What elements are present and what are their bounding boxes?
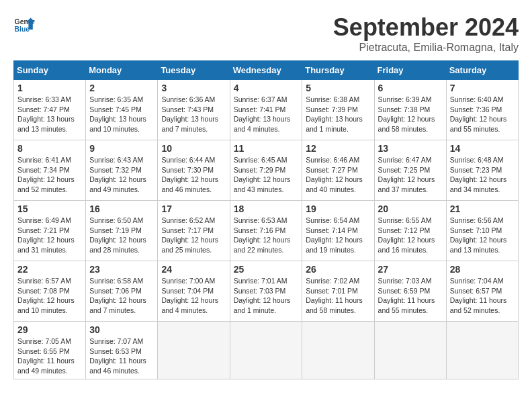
day-number: 30 — [89, 324, 154, 335]
day-info: Sunrise: 6:38 AM Sunset: 7:39 PM Dayligh… — [306, 95, 370, 134]
day-info: Sunrise: 6:49 AM Sunset: 7:21 PM Dayligh… — [17, 216, 82, 255]
table-cell: 14Sunrise: 6:48 AM Sunset: 7:23 PM Dayli… — [446, 140, 518, 201]
day-number: 11 — [234, 143, 299, 154]
logo-icon: General Blue — [13, 13, 35, 35]
title-section: September 2024 Pietracuta, Emilia-Romagn… — [333, 13, 519, 54]
table-cell: 7Sunrise: 6:40 AM Sunset: 7:36 PM Daylig… — [446, 80, 518, 140]
day-number: 24 — [161, 264, 226, 275]
day-number: 6 — [378, 83, 443, 93]
table-cell — [302, 322, 374, 379]
calendar-table: Sunday Monday Tuesday Wednesday Thursday… — [13, 60, 519, 379]
table-cell — [446, 322, 518, 379]
table-cell: 1Sunrise: 6:33 AM Sunset: 7:47 PM Daylig… — [14, 80, 86, 140]
day-number: 27 — [378, 264, 443, 275]
day-number: 13 — [378, 143, 443, 154]
table-cell: 22Sunrise: 6:57 AM Sunset: 7:08 PM Dayli… — [14, 261, 86, 322]
table-row: 22Sunrise: 6:57 AM Sunset: 7:08 PM Dayli… — [14, 261, 519, 322]
day-info: Sunrise: 6:46 AM Sunset: 7:27 PM Dayligh… — [306, 155, 370, 195]
table-cell: 9Sunrise: 6:43 AM Sunset: 7:32 PM Daylig… — [86, 140, 158, 201]
table-cell: 18Sunrise: 6:53 AM Sunset: 7:16 PM Dayli… — [230, 201, 302, 261]
day-number: 17 — [161, 203, 226, 214]
day-number: 14 — [450, 143, 515, 154]
day-info: Sunrise: 7:04 AM Sunset: 6:57 PM Dayligh… — [450, 276, 515, 316]
day-info: Sunrise: 6:39 AM Sunset: 7:38 PM Dayligh… — [378, 95, 443, 134]
day-number: 7 — [450, 83, 515, 93]
day-info: Sunrise: 6:40 AM Sunset: 7:36 PM Dayligh… — [450, 95, 515, 134]
col-thursday: Thursday — [302, 61, 374, 80]
table-cell: 5Sunrise: 6:38 AM Sunset: 7:39 PM Daylig… — [302, 80, 374, 140]
day-number: 8 — [17, 143, 82, 154]
day-info: Sunrise: 6:35 AM Sunset: 7:45 PM Dayligh… — [89, 95, 154, 134]
table-cell: 24Sunrise: 7:00 AM Sunset: 7:04 PM Dayli… — [158, 261, 230, 322]
table-cell: 8Sunrise: 6:41 AM Sunset: 7:34 PM Daylig… — [14, 140, 86, 201]
table-cell: 17Sunrise: 6:52 AM Sunset: 7:17 PM Dayli… — [158, 201, 230, 261]
day-info: Sunrise: 6:57 AM Sunset: 7:08 PM Dayligh… — [17, 276, 82, 316]
day-info: Sunrise: 6:43 AM Sunset: 7:32 PM Dayligh… — [89, 155, 154, 195]
day-number: 5 — [306, 83, 370, 93]
day-info: Sunrise: 6:47 AM Sunset: 7:25 PM Dayligh… — [378, 155, 443, 195]
day-number: 1 — [17, 83, 82, 93]
day-info: Sunrise: 6:44 AM Sunset: 7:30 PM Dayligh… — [161, 155, 226, 195]
day-number: 25 — [234, 264, 299, 275]
day-number: 3 — [161, 83, 226, 93]
table-cell: 11Sunrise: 6:45 AM Sunset: 7:29 PM Dayli… — [230, 140, 302, 201]
table-cell: 23Sunrise: 6:58 AM Sunset: 7:06 PM Dayli… — [86, 261, 158, 322]
table-row: 15Sunrise: 6:49 AM Sunset: 7:21 PM Dayli… — [14, 201, 519, 261]
day-number: 10 — [161, 143, 226, 154]
day-info: Sunrise: 6:55 AM Sunset: 7:12 PM Dayligh… — [378, 216, 443, 255]
table-cell: 21Sunrise: 6:56 AM Sunset: 7:10 PM Dayli… — [446, 201, 518, 261]
day-info: Sunrise: 7:03 AM Sunset: 6:59 PM Dayligh… — [378, 276, 443, 316]
col-tuesday: Tuesday — [158, 61, 230, 80]
table-cell: 26Sunrise: 7:02 AM Sunset: 7:01 PM Dayli… — [302, 261, 374, 322]
table-cell: 12Sunrise: 6:46 AM Sunset: 7:27 PM Dayli… — [302, 140, 374, 201]
table-cell: 30Sunrise: 7:07 AM Sunset: 6:53 PM Dayli… — [86, 322, 158, 379]
day-number: 12 — [306, 143, 370, 154]
day-number: 26 — [306, 264, 370, 275]
table-cell: 27Sunrise: 7:03 AM Sunset: 6:59 PM Dayli… — [374, 261, 446, 322]
table-cell: 16Sunrise: 6:50 AM Sunset: 7:19 PM Dayli… — [86, 201, 158, 261]
col-sunday: Sunday — [14, 61, 86, 80]
calendar-title: September 2024 — [333, 13, 519, 42]
table-cell: 29Sunrise: 7:05 AM Sunset: 6:55 PM Dayli… — [14, 322, 86, 379]
table-row: 29Sunrise: 7:05 AM Sunset: 6:55 PM Dayli… — [14, 322, 519, 379]
table-cell — [158, 322, 230, 379]
calendar-subtitle: Pietracuta, Emilia-Romagna, Italy — [333, 42, 519, 54]
col-monday: Monday — [86, 61, 158, 80]
day-number: 22 — [17, 264, 82, 275]
day-number: 18 — [234, 203, 299, 214]
day-info: Sunrise: 6:56 AM Sunset: 7:10 PM Dayligh… — [450, 216, 515, 255]
table-cell — [374, 322, 446, 379]
day-info: Sunrise: 7:00 AM Sunset: 7:04 PM Dayligh… — [161, 276, 226, 316]
table-cell — [230, 322, 302, 379]
day-info: Sunrise: 7:07 AM Sunset: 6:53 PM Dayligh… — [89, 336, 154, 376]
table-cell: 28Sunrise: 7:04 AM Sunset: 6:57 PM Dayli… — [446, 261, 518, 322]
table-cell: 13Sunrise: 6:47 AM Sunset: 7:25 PM Dayli… — [374, 140, 446, 201]
header: General Blue September 2024 Pietracuta, … — [13, 13, 519, 54]
day-number: 20 — [378, 203, 443, 214]
day-info: Sunrise: 6:53 AM Sunset: 7:16 PM Dayligh… — [234, 216, 299, 255]
day-info: Sunrise: 6:52 AM Sunset: 7:17 PM Dayligh… — [161, 216, 226, 255]
day-info: Sunrise: 6:48 AM Sunset: 7:23 PM Dayligh… — [450, 155, 515, 195]
table-cell: 2Sunrise: 6:35 AM Sunset: 7:45 PM Daylig… — [86, 80, 158, 140]
day-info: Sunrise: 6:45 AM Sunset: 7:29 PM Dayligh… — [234, 155, 299, 195]
table-cell: 4Sunrise: 6:37 AM Sunset: 7:41 PM Daylig… — [230, 80, 302, 140]
day-number: 23 — [89, 264, 154, 275]
logo: General Blue — [13, 13, 35, 35]
day-number: 16 — [89, 203, 154, 214]
col-wednesday: Wednesday — [230, 61, 302, 80]
day-info: Sunrise: 7:02 AM Sunset: 7:01 PM Dayligh… — [306, 276, 370, 316]
day-number: 4 — [234, 83, 299, 93]
day-info: Sunrise: 7:01 AM Sunset: 7:03 PM Dayligh… — [234, 276, 299, 316]
table-cell: 25Sunrise: 7:01 AM Sunset: 7:03 PM Dayli… — [230, 261, 302, 322]
day-number: 29 — [17, 324, 82, 335]
header-row: Sunday Monday Tuesday Wednesday Thursday… — [14, 61, 519, 80]
day-number: 21 — [450, 203, 515, 214]
day-number: 28 — [450, 264, 515, 275]
col-friday: Friday — [374, 61, 446, 80]
table-row: 8Sunrise: 6:41 AM Sunset: 7:34 PM Daylig… — [14, 140, 519, 201]
table-cell: 6Sunrise: 6:39 AM Sunset: 7:38 PM Daylig… — [374, 80, 446, 140]
col-saturday: Saturday — [446, 61, 518, 80]
day-info: Sunrise: 6:36 AM Sunset: 7:43 PM Dayligh… — [161, 95, 226, 134]
day-number: 15 — [17, 203, 82, 214]
table-cell: 3Sunrise: 6:36 AM Sunset: 7:43 PM Daylig… — [158, 80, 230, 140]
